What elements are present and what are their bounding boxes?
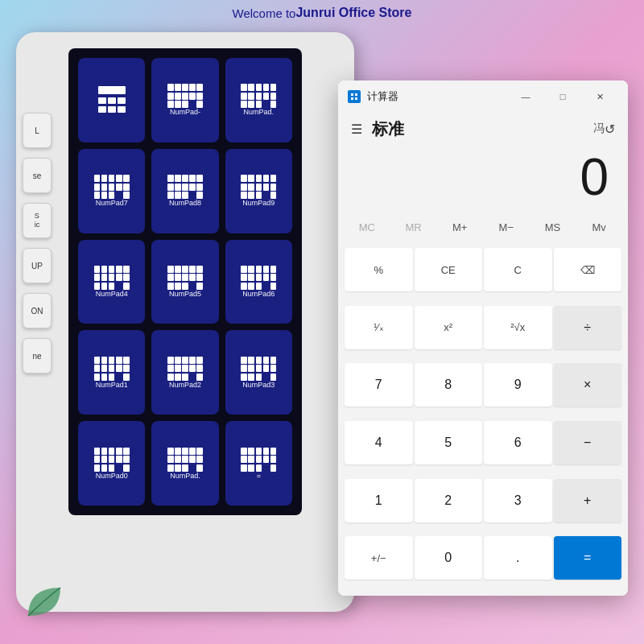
calc-buttons: %CEC⌫¹∕ₓx²²√x÷789×456−123++/−0.= [338,245,628,596]
numpad-label: NumPad8 [169,199,201,207]
numpad-item[interactable]: NumPad8 [151,149,218,233]
top-banner: Welcome to Junrui Office Store [0,0,644,26]
calc-app-icon [348,90,361,103]
keyboard-device: L se Sic UP ON ne NumPad-NumPad.NumPad7N… [16,32,354,612]
calc-title: 计算器 [367,89,507,104]
key-s-ic[interactable]: Sic [23,203,52,238]
calc-button-5[interactable]: 5 [415,421,483,464]
banner-prefix: Welcome to [233,6,296,20]
calc-button-9[interactable]: 9 [484,363,552,407]
calc-button-_[interactable]: + [554,479,622,522]
calc-button-_[interactable]: − [554,421,622,464]
numpad-item[interactable]: NumPad6 [225,240,292,324]
key-up[interactable]: UP [23,248,52,283]
calc-button-7[interactable]: 7 [345,363,413,407]
numpad-label: = [257,472,261,480]
calc-display: 0 [338,145,628,209]
memory-button-m[interactable]: M− [484,213,529,242]
key-ne[interactable]: ne [23,338,52,374]
svg-rect-2 [351,97,353,100]
numpad-item[interactable]: NumPad2 [151,330,218,415]
calc-button-C[interactable]: C [484,248,552,291]
numpad-label: NumPad9 [242,199,275,207]
numpad-label: NumPad7 [96,199,128,207]
numpad-item[interactable]: NumPad7 [78,149,145,233]
calc-button-_[interactable]: % [345,248,413,291]
numpad-item[interactable]: NumPad1 [78,330,145,415]
numpad-item[interactable]: NumPad0 [78,421,145,506]
calc-button-_[interactable]: × [554,363,622,407]
hamburger-icon[interactable]: ☰ [351,122,362,137]
calc-button-_[interactable]: . [484,536,552,580]
calc-button-CE[interactable]: CE [415,248,483,291]
calculator-window: 计算器 — □ ✕ ☰ 标准 冯 ↺ 0 MCMRM+M−MSMv %CEC⌫¹… [338,80,628,596]
calc-button-_[interactable]: ⌫ [554,248,622,291]
calc-button-_[interactable]: ÷ [554,306,622,349]
numpad-label: NumPad5 [169,290,201,298]
key-l[interactable]: L [23,113,52,148]
calc-body: ☰ 标准 冯 ↺ 0 MCMRM+M−MSMv %CEC⌫¹∕ₓx²²√x÷78… [338,113,628,596]
memory-button-ms[interactable]: MS [530,213,576,242]
calc-toolbar: ☰ 标准 冯 ↺ [338,113,628,145]
numpad-label: NumPad- [170,108,200,116]
numpad-item[interactable]: NumPad. [151,421,218,506]
history-icon[interactable]: ↺ [605,122,615,137]
calc-button-6[interactable]: 6 [484,421,552,464]
close-button[interactable]: ✕ [581,84,618,109]
calc-button-0[interactable]: 0 [415,536,483,580]
memory-button-mc: MC [345,213,390,242]
calc-button-x_[interactable]: x² [415,306,483,349]
calc-button-2[interactable]: 2 [415,479,483,522]
numpad-label: NumPad0 [96,472,128,480]
numpad-item[interactable]: NumPad9 [225,149,292,233]
calc-button-1[interactable]: 1 [345,479,413,522]
calc-number: 0 [580,151,609,203]
numpad-label: NumPad. [244,108,275,116]
numpad-label: NumPad3 [242,381,275,389]
memory-button-mv[interactable]: Mv [576,213,621,242]
svg-rect-1 [355,93,357,96]
bottom-decoration [24,580,72,628]
numpad-item[interactable]: NumPad5 [151,240,218,324]
calc-button-4[interactable]: 4 [345,421,413,464]
key-on[interactable]: ON [23,293,52,328]
banner-brand: Junrui Office Store [295,6,411,20]
numpad-item[interactable] [78,58,145,142]
numpad-label: NumPad4 [96,290,128,298]
calc-titlebar: 计算器 — □ ✕ [338,80,628,113]
calc-mode-title: 标准 [372,118,587,140]
numpad-item[interactable]: NumPad. [225,58,292,142]
numpad-item[interactable]: NumPad4 [78,240,145,324]
minimize-button[interactable]: — [507,84,544,109]
numpad-item[interactable]: NumPad- [151,58,218,142]
keyboard-keys-left: L se Sic UP ON ne [23,113,52,374]
numpad-label: NumPad2 [169,381,201,389]
numpad-label: NumPad6 [242,290,275,298]
calc-mode-icon: 冯 [593,122,605,136]
keyboard-screen: NumPad-NumPad.NumPad7NumPad8NumPad9NumPa… [68,48,302,515]
calc-button-_[interactable]: = [554,536,622,580]
window-controls: — □ ✕ [507,84,618,109]
svg-rect-0 [351,93,353,96]
maximize-button[interactable]: □ [544,84,581,109]
svg-rect-3 [355,97,357,100]
numpad-item[interactable]: = [225,421,292,506]
calc-button-___[interactable]: ¹∕ₓ [345,306,413,349]
numpad-item[interactable]: NumPad3 [225,330,292,415]
memory-row: MCMRM+M−MSMv [338,209,628,245]
numpad-label: NumPad. [170,472,200,480]
key-se[interactable]: se [23,158,52,193]
memory-button-m[interactable]: M+ [437,213,482,242]
memory-button-mr: MR [391,213,436,242]
calc-button-8[interactable]: 8 [415,363,483,407]
calc-button-___[interactable]: +/− [345,536,413,580]
calc-button-__x[interactable]: ²√x [484,306,552,349]
calc-button-3[interactable]: 3 [484,479,552,522]
numpad-label: NumPad1 [96,381,128,389]
